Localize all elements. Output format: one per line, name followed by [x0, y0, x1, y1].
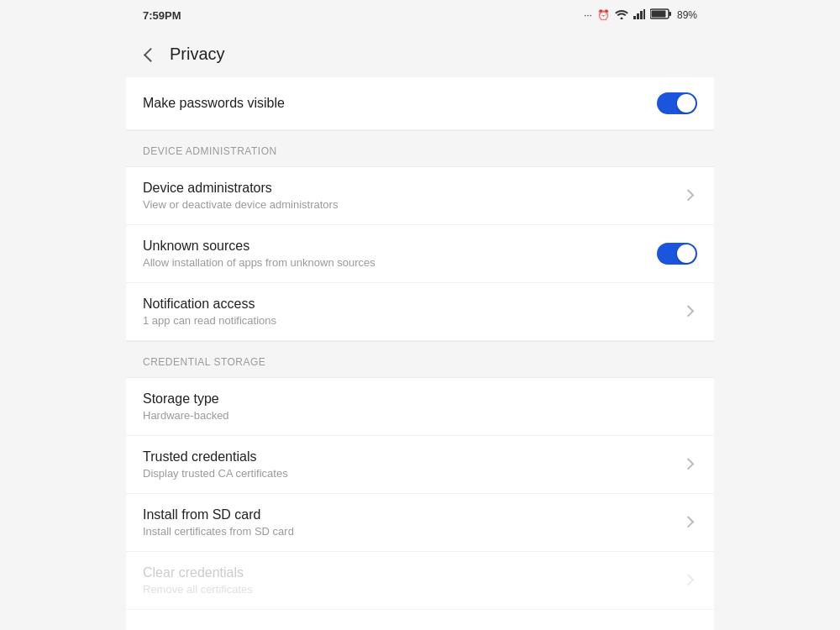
unknown-sources-item[interactable]: Unknown sources Allow installation of ap… [126, 225, 714, 283]
device-administration-header: DEVICE ADMINISTRATION [126, 130, 714, 167]
wifi-icon [615, 9, 628, 22]
clear-credentials-subtitle: Remove all certificates [143, 583, 680, 596]
unknown-sources-text: Unknown sources Allow installation of ap… [143, 239, 657, 269]
unknown-sources-subtitle: Allow installation of apps from unknown … [143, 256, 657, 269]
install-from-sd-chevron [680, 514, 697, 531]
make-passwords-visible-toggle[interactable] [657, 92, 697, 114]
notification-access-chevron [680, 303, 697, 320]
battery-container [650, 8, 672, 22]
storage-type-subtitle: Hardware-backed [143, 409, 697, 422]
clear-credentials-text: Clear credentials Remove all certificate… [143, 565, 680, 596]
unknown-sources-toggle-knob [677, 244, 696, 263]
svg-rect-6 [651, 11, 665, 18]
status-bar: 7:59PM ··· ⏰ [126, 0, 714, 30]
svg-rect-1 [637, 13, 639, 19]
install-from-sd-title: Install from SD card [143, 507, 680, 522]
device-administrators-item[interactable]: Device administrators View or deactivate… [126, 167, 714, 225]
svg-rect-0 [633, 16, 636, 19]
dots-icon: ··· [584, 9, 592, 21]
notification-access-title: Notification access [143, 297, 680, 312]
svg-rect-3 [643, 9, 645, 19]
device-administration-label: DEVICE ADMINISTRATION [143, 145, 277, 157]
credential-storage-label: CREDENTIAL STORAGE [143, 356, 265, 368]
install-from-sd-text: Install from SD card Install certificate… [143, 507, 680, 538]
device-administrators-chevron [680, 187, 697, 204]
credential-storage-header: CREDENTIAL STORAGE [126, 341, 714, 378]
top-bar: Privacy [126, 30, 714, 77]
clear-credentials-chevron [680, 572, 697, 589]
trusted-credentials-chevron [680, 456, 697, 473]
trusted-credentials-title: Trusted credentials [143, 449, 680, 465]
unknown-sources-toggle[interactable] [657, 243, 697, 265]
install-from-sd-item[interactable]: Install from SD card Install certificate… [126, 494, 714, 552]
storage-type-item[interactable]: Storage type Hardware-backed [126, 378, 714, 436]
device-administrators-subtitle: View or deactivate device administrators [143, 198, 680, 211]
make-passwords-visible-label: Make passwords visible [143, 96, 285, 111]
svg-rect-2 [640, 11, 643, 19]
trusted-credentials-subtitle: Display trusted CA certificates [143, 467, 680, 480]
battery-percent: 89% [677, 9, 697, 21]
device-administrators-text: Device administrators View or deactivate… [143, 181, 680, 211]
alarm-icon: ⏰ [597, 9, 610, 21]
notification-access-item[interactable]: Notification access 1 app can read notif… [126, 283, 714, 341]
signal-icon [633, 9, 645, 22]
page-title: Privacy [170, 45, 225, 64]
back-button[interactable] [139, 44, 160, 64]
notification-access-subtitle: 1 app can read notifications [143, 314, 680, 327]
storage-type-text: Storage type Hardware-backed [143, 391, 697, 422]
notification-access-text: Notification access 1 app can read notif… [143, 297, 680, 327]
make-passwords-visible-item[interactable]: Make passwords visible [126, 77, 714, 130]
clear-credentials-title: Clear credentials [143, 565, 680, 580]
device-administrators-title: Device administrators [143, 181, 680, 196]
status-icons: ··· ⏰ [584, 8, 697, 22]
trusted-credentials-item[interactable]: Trusted credentials Display trusted CA c… [126, 436, 714, 494]
svg-rect-5 [669, 12, 671, 16]
storage-type-title: Storage type [143, 391, 697, 407]
clear-credentials-item: Clear credentials Remove all certificate… [126, 552, 714, 610]
install-from-sd-subtitle: Install certificates from SD card [143, 525, 680, 538]
trusted-credentials-text: Trusted credentials Display trusted CA c… [143, 449, 680, 480]
toggle-knob [677, 94, 696, 113]
unknown-sources-title: Unknown sources [143, 239, 657, 254]
content-area: Make passwords visible DEVICE ADMINISTRA… [126, 77, 714, 610]
status-time: 7:59PM [143, 9, 181, 22]
phone-frame: 7:59PM ··· ⏰ [126, 0, 714, 630]
